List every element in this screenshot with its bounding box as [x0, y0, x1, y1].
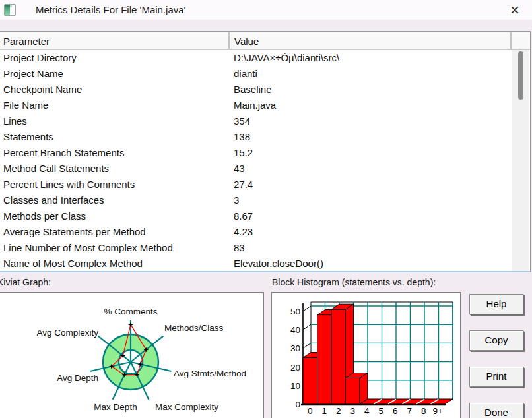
svg-text:3: 3 — [350, 406, 355, 416]
table-row[interactable]: Classes and Interfaces3 — [0, 193, 530, 208]
value-cell: 43 — [234, 161, 245, 177]
block-histogram-chart: 010203040500123456789+ — [272, 293, 460, 418]
svg-text:1: 1 — [321, 406, 327, 416]
column-header-filler — [512, 32, 530, 50]
svg-text:10: 10 — [290, 381, 300, 391]
close-icon[interactable]: × — [502, 0, 528, 20]
done-button[interactable]: Done — [469, 403, 523, 418]
column-header-parameter[interactable]: Parameter — [0, 32, 230, 50]
table-row[interactable]: Name of Most Complex MethodElevator.clos… — [0, 256, 530, 271]
parameter-cell: File Name — [3, 98, 48, 113]
svg-text:40: 40 — [290, 325, 300, 335]
parameter-cell: Line Number of Most Complex Method — [3, 240, 173, 256]
parameter-cell: Project Directory — [3, 50, 77, 66]
value-cell: D:\JAVA×÷Òµ\dianti\src\ — [234, 50, 339, 66]
help-button[interactable]: Help — [469, 294, 523, 314]
table-row[interactable]: File NameMain.java — [0, 98, 530, 113]
block-histogram-panel: 010203040500123456789+ — [271, 292, 461, 418]
svg-text:30: 30 — [290, 343, 300, 353]
svg-text:8: 8 — [421, 406, 426, 416]
svg-text:Avg Depth: Avg Depth — [57, 373, 98, 383]
value-cell: 354 — [234, 113, 250, 129]
table-row[interactable]: Statements138 — [0, 129, 530, 145]
svg-text:20: 20 — [290, 363, 300, 373]
svg-text:6: 6 — [393, 406, 398, 416]
value-cell: Elevator.closeDoor() — [234, 256, 323, 271]
print-button[interactable]: Print — [469, 367, 523, 387]
value-cell: Main.java — [234, 98, 276, 113]
value-cell: 15.2 — [234, 145, 253, 161]
value-cell: 4.23 — [234, 224, 253, 240]
svg-text:9+: 9+ — [433, 406, 444, 416]
svg-text:Methods/Class: Methods/Class — [164, 323, 224, 333]
app-icon — [4, 4, 16, 16]
parameter-cell: Name of Most Complex Method — [3, 256, 143, 271]
value-cell: 27.4 — [234, 177, 253, 193]
column-header-value[interactable]: Value — [230, 32, 512, 50]
app-icon-green-bar — [5, 5, 10, 15]
parameter-cell: Percent Branch Statements — [3, 145, 124, 161]
parameter-cell: Statements — [3, 129, 53, 145]
parameter-cell: Method Call Statements — [3, 161, 109, 177]
table-row[interactable]: Percent Lines with Comments27.4 — [0, 177, 530, 193]
svg-text:4: 4 — [364, 406, 370, 416]
table-row[interactable]: Lines354 — [0, 113, 530, 129]
table-row[interactable]: Checkpoint NameBaseline — [0, 82, 530, 98]
svg-text:0: 0 — [308, 406, 313, 416]
parameter-cell: Project Name — [3, 66, 63, 82]
kiviat-radar-chart: % CommentsMethods/ClassAvg Stmts/MethodM… — [0, 293, 263, 418]
value-cell: dianti — [234, 66, 257, 82]
svg-text:Max Complexity: Max Complexity — [155, 402, 218, 412]
value-cell: 8.67 — [234, 208, 253, 224]
svg-text:Avg Complexity: Avg Complexity — [36, 328, 98, 338]
metrics-table: Parameter Value Project DirectoryD:\JAVA… — [0, 31, 531, 272]
table-row[interactable]: Line Number of Most Complex Method83 — [0, 240, 530, 256]
value-cell: Baseline — [234, 82, 272, 98]
table-row[interactable]: Methods per Class8.67 — [0, 208, 530, 224]
parameter-cell: Percent Lines with Comments — [3, 177, 135, 193]
svg-text:Avg Stmts/Method: Avg Stmts/Method — [174, 369, 246, 378]
parameter-cell: Lines — [3, 113, 27, 129]
table-row[interactable]: Method Call Statements43 — [0, 161, 530, 177]
title-bar: Metrics Details For File 'Main.java' × — [0, 0, 532, 20]
parameter-cell: Methods per Class — [3, 208, 86, 224]
window-title: Metrics Details For File 'Main.java' — [36, 0, 185, 20]
svg-text:7: 7 — [407, 406, 412, 416]
value-cell: 3 — [234, 193, 239, 208]
kiviat-graph-panel: % CommentsMethods/ClassAvg Stmts/MethodM… — [0, 292, 264, 418]
table-row[interactable]: Project DirectoryD:\JAVA×÷Òµ\dianti\src\ — [0, 50, 530, 66]
app-icon-accent — [10, 5, 12, 7]
value-cell: 138 — [234, 129, 250, 145]
table-row[interactable]: Average Statements per Method4.23 — [0, 224, 530, 240]
svg-text:0: 0 — [295, 400, 300, 409]
table-body: Project DirectoryD:\JAVA×÷Òµ\dianti\src\… — [0, 50, 530, 271]
copy-button[interactable]: Copy — [469, 330, 523, 351]
svg-text:% Comments: % Comments — [104, 307, 157, 316]
vertical-scrollbar[interactable] — [512, 50, 529, 271]
metrics-dialog: { "window": { "title": "Metrics Details … — [0, 0, 532, 418]
kiviat-graph-label: Kiviat Graph: — [0, 277, 51, 287]
parameter-cell: Classes and Interfaces — [3, 193, 104, 208]
parameter-cell: Average Statements per Method — [3, 224, 146, 240]
svg-text:2: 2 — [336, 406, 341, 416]
table-row[interactable]: Project Namedianti — [0, 66, 530, 82]
table-header: Parameter Value — [0, 32, 530, 50]
svg-text:Max Depth: Max Depth — [94, 402, 137, 412]
svg-text:50: 50 — [290, 307, 300, 316]
scrollbar-thumb[interactable] — [518, 51, 523, 100]
svg-text:5: 5 — [378, 406, 383, 416]
block-histogram-label: Block Histogram (statements vs. depth): — [272, 277, 436, 287]
parameter-cell: Checkpoint Name — [3, 82, 82, 98]
table-row[interactable]: Percent Branch Statements15.2 — [0, 145, 530, 161]
value-cell: 83 — [234, 240, 245, 256]
